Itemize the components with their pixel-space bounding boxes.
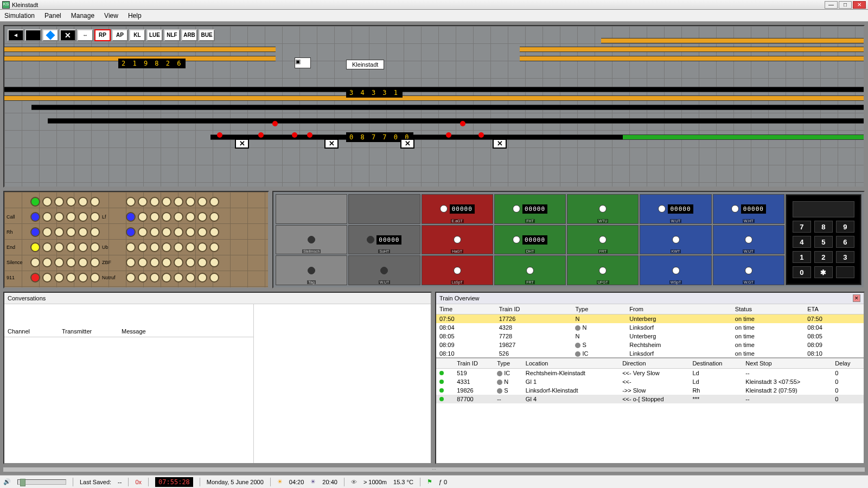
radio-lamp[interactable] [186,197,195,207]
radio-lamp[interactable] [126,273,136,282]
track-layout-panel[interactable]: ◄ ✕ ↔ RP AP KL LUE NLF ARB BUE Kleinstad… [3,25,865,188]
train-overview-close-button[interactable]: ✕ [853,294,860,302]
radio-lamp[interactable] [197,242,207,252]
radio-lamp[interactable] [66,212,76,222]
radio-lamp[interactable] [209,227,219,237]
cp-cell[interactable] [348,194,420,224]
cp-cell[interactable]: UFGT [567,255,639,285]
cp-cell[interactable]: Tag [276,255,347,285]
sim-speed[interactable]: 0x [135,479,142,485]
radio-lamp[interactable] [54,197,64,207]
track-segment[interactable] [623,134,865,140]
radio-lamp[interactable] [30,197,40,207]
tb-rp-button[interactable]: RP [94,29,111,41]
keypad-key-0[interactable]: 0 [793,266,811,278]
radio-lamp[interactable] [150,212,159,222]
tb-diamond-button[interactable] [42,29,59,41]
tb-back-button[interactable]: ◄ [8,29,24,41]
menu-view[interactable]: View [104,12,118,20]
radio-lamp[interactable] [78,273,88,282]
buffer-icon[interactable]: ✕ [493,139,507,149]
keypad-key-3[interactable]: 3 [836,251,854,263]
col-header[interactable]: Train ID [454,358,494,369]
keypad-key-4[interactable]: 4 [793,236,811,248]
radio-lamp[interactable] [197,273,207,282]
menu-manage[interactable]: Manage [71,12,94,20]
keypad-key-7[interactable]: 7 [793,221,811,233]
radio-lamp[interactable] [209,197,219,207]
radio-lamp[interactable] [174,227,183,237]
close-button[interactable]: ✕ [853,1,866,9]
live-row[interactable]: 519ICRechtsheim-Kleinstadt<<- Very SlowL… [436,369,864,378]
conversations-list[interactable]: Channel Transmitter Message [4,304,254,463]
keypad-key-1[interactable]: 1 [793,251,811,263]
signal-stop-icon[interactable] [272,121,278,126]
radio-lamp[interactable] [42,212,52,222]
radio-lamp[interactable] [138,212,148,222]
radio-lamp[interactable] [138,227,148,237]
track-segment[interactable] [4,95,865,101]
cp-cell[interactable]: 00000E.aGT [422,194,493,224]
cp-cell[interactable]: 00000SoHT [348,225,420,255]
tb-ap-button[interactable]: AP [112,29,128,41]
radio-lamp[interactable] [78,227,88,237]
radio-lamp[interactable] [186,227,195,237]
radio-lamp[interactable] [66,273,76,282]
horizontal-splitter[interactable]: ⋯ [3,467,865,472]
col-header[interactable]: Type [494,358,522,369]
radio-lamp[interactable] [150,197,159,207]
radio-lamp[interactable] [42,197,52,207]
col-header[interactable]: Status [732,304,804,314]
keypad-key-6[interactable]: 6 [836,236,854,248]
radio-lamp[interactable] [209,242,219,252]
signal-stop-icon[interactable] [446,132,451,138]
schedule-row[interactable]: 08:0919827SRechtsheimon time08:09 [436,341,864,349]
cp-cell[interactable] [276,194,347,224]
col-header[interactable]: Direction [619,358,689,369]
radio-lamp[interactable] [54,212,64,222]
schedule-row[interactable]: 08:057728NUnterbergon time08:05 [436,332,864,341]
cp-cell[interactable]: WSpT [640,255,711,285]
signal-stop-icon[interactable] [460,121,465,126]
tb-nlf-button[interactable]: NLF [164,29,180,41]
radio-lamp[interactable] [54,273,64,282]
track-segment[interactable] [48,118,865,124]
radio-lamp[interactable] [174,212,183,222]
cp-cell[interactable]: 00000W.HT [713,194,784,224]
radio-lamp[interactable] [162,242,171,252]
radio-lamp[interactable] [186,242,195,252]
radio-lamp[interactable] [174,273,183,282]
schedule-row[interactable]: 08:044328NLinksdorfon time08:04 [436,323,864,332]
tb-bue-button[interactable]: BUE [199,29,215,41]
radio-lamp[interactable] [42,242,52,252]
cp-cell[interactable]: FRT [567,225,639,255]
live-row[interactable]: 4331NGl 1<<-LdKleinstadt 3 <07:55>0 [436,377,864,386]
radio-lamp[interactable] [150,258,159,267]
radio-lamp[interactable] [90,258,100,267]
radio-lamp[interactable] [138,273,148,282]
radio-lamp[interactable] [54,242,64,252]
radio-lamp[interactable] [66,242,76,252]
schedule-table[interactable]: TimeTrain IDTypeFromStatusETA 07:5017726… [436,304,864,358]
col-header[interactable]: ETA [804,304,864,314]
radio-lamp[interactable] [126,258,136,267]
radio-lamp[interactable] [162,227,171,237]
radio-lamp[interactable] [90,242,100,252]
radio-lamp[interactable] [78,258,88,267]
cp-cell[interactable]: W.GT [713,255,784,285]
keypad-key-8[interactable]: 8 [814,221,833,233]
cp-cell[interactable]: W.UT [713,225,784,255]
buffer-icon[interactable]: ✕ [324,139,339,149]
radio-lamp[interactable] [209,273,219,282]
col-header[interactable]: Type [572,304,626,314]
radio-lamp[interactable] [186,258,195,267]
radio-lamp[interactable] [126,242,136,252]
col-header[interactable]: Location [522,358,619,369]
radio-lamp[interactable] [90,273,100,282]
radio-lamp[interactable] [78,197,88,207]
track-segment[interactable] [520,47,865,52]
radio-lamp[interactable] [209,212,219,222]
signal-stop-icon[interactable] [307,132,312,138]
cp-cell[interactable]: Stellmsch [276,225,347,255]
cp-cell[interactable]: 00000DHT [494,225,566,255]
